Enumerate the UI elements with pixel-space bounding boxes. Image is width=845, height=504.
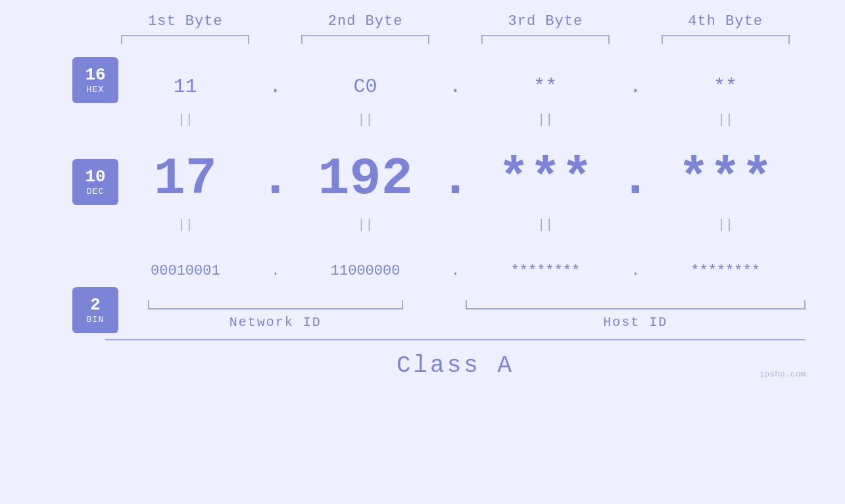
eq3: || [466,110,626,129]
byte3-label: 3rd Byte [508,13,583,30]
hex-dot1: . [266,76,285,98]
hex-b3: ** [466,76,626,98]
dec-b1: 17 [105,149,266,209]
bottom-brackets [105,300,806,309]
dec-dot1: . [266,149,285,209]
network-bracket [148,300,403,309]
byte1-label: 1st Byte [148,13,223,30]
bin-dot3: . [625,263,645,279]
hex-row: 11 . C0 . ** . ** [105,64,806,110]
dec-badge-label: DEC [87,187,104,196]
dec-b3: *** [466,149,626,209]
network-id-label: Network ID [105,315,446,330]
bin-badge-num: 2 [90,296,101,315]
hex-badge-label: HEX [87,85,104,95]
hex-dot2: . [446,76,466,98]
byte-col-1: 1st Byte [105,13,266,44]
eq1: || [105,110,266,129]
byte-headers: 1st Byte 2nd Byte 3rd Byte 4th Byte [39,0,806,44]
equals-row-1: || || || || [105,110,806,129]
class-label: Class A [397,352,514,379]
bin-b4: ******** [645,263,806,279]
host-bracket [466,300,806,309]
byte-col-2: 2nd Byte [285,13,446,44]
bin-b1: 00010001 [105,263,266,279]
byte4-label: 4th Byte [688,13,763,30]
bracket-top-3 [481,35,610,44]
bin-b2: 11000000 [285,263,446,279]
hex-dot3: . [625,76,645,98]
bracket-top-2 [301,35,429,44]
eq7: || [466,215,626,235]
hex-badge-num: 16 [85,66,105,85]
dec-dot3: . [625,149,645,209]
bin-dot2: . [446,263,466,279]
byte-col-3: 3rd Byte [466,13,626,44]
equals-row-2: || || || || [105,215,806,235]
eq4: || [645,110,806,129]
bracket-top-1 [121,35,249,44]
overall-line [105,339,806,340]
main-container: 1st Byte 2nd Byte 3rd Byte 4th Byte 16 H… [0,0,845,504]
bin-dot1: . [266,263,285,279]
watermark: ipshu.com [760,369,806,379]
bin-badge: 2 BIN [72,287,118,333]
dec-badge-num: 10 [85,168,105,187]
bracket-top-4 [662,35,790,44]
host-id-label: Host ID [466,315,806,330]
bin-row: 00010001 . 11000000 . ******** . *******… [105,248,806,294]
dec-b4: *** [645,149,806,209]
id-labels: Network ID Host ID [105,315,806,330]
hex-b2: C0 [285,76,446,98]
bin-b3: ******** [466,263,626,279]
byte-col-4: 4th Byte [645,13,806,44]
eq2: || [285,110,446,129]
byte2-label: 2nd Byte [328,13,403,30]
hex-b4: ** [645,76,806,98]
dec-dot2: . [446,149,466,209]
eq6: || [285,215,446,235]
eq5: || [105,215,266,235]
dec-b2: 192 [285,149,446,209]
bin-badge-label: BIN [87,315,104,325]
eq8: || [645,215,806,235]
class-row: Class A ipshu.com [105,352,806,379]
hex-b1: 11 [105,76,266,98]
dec-row: 17 . 192 . *** . *** [105,143,806,215]
